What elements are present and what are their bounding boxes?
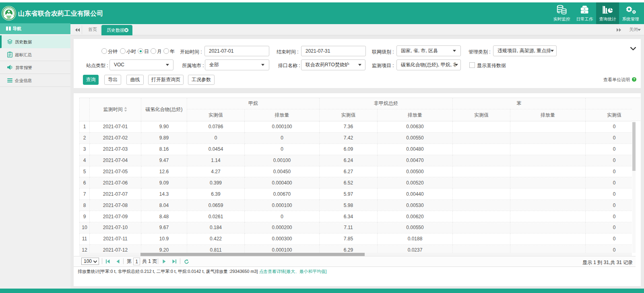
svg-text:?: ? bbox=[633, 77, 635, 81]
svg-text:MEE: MEE bbox=[7, 17, 11, 19]
